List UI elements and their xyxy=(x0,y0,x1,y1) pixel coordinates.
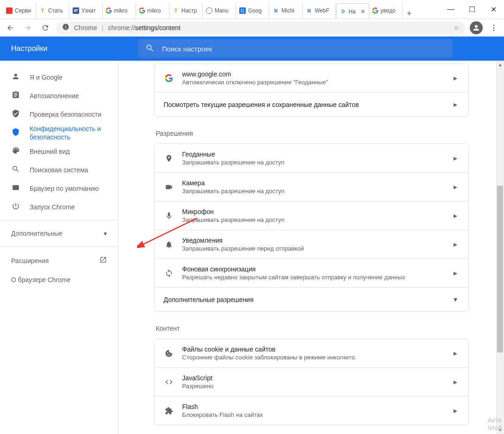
activation-watermark: Акти Чтоб xyxy=(488,416,502,432)
browser-tab[interactable]: TНастр xyxy=(169,3,203,19)
window-titlebar: Серви TСтать IPУзнат mikro mikro TНастр … xyxy=(0,0,504,19)
content-panel: Файлы cookie и данные сайтовСторонние фа… xyxy=(154,339,469,425)
chevron-right-icon: ▸ xyxy=(452,154,459,163)
sidebar-item-privacy-security[interactable]: Конфиденциальность и безопасность xyxy=(0,124,118,142)
sidebar-item-default-browser[interactable]: Браузер по умолчанию xyxy=(0,179,118,198)
bookmark-star-icon[interactable]: ☆ xyxy=(454,24,460,31)
extension-icon xyxy=(164,406,174,416)
sidebar-item-on-startup[interactable]: Запуск Chrome xyxy=(0,198,118,216)
chevron-right-icon: ▸ xyxy=(452,74,459,82)
url-text: chrome://settings/content xyxy=(108,24,180,31)
svg-point-0 xyxy=(493,25,495,26)
sidebar-item-safety-check[interactable]: Проверка безопасности xyxy=(0,105,118,124)
browser-tab[interactable]: mikro xyxy=(136,3,169,19)
sidebar-extensions-link[interactable]: Расширения xyxy=(0,251,118,270)
browser-tab-active[interactable]: ⚙На✕ xyxy=(336,3,369,19)
search-icon xyxy=(145,44,155,54)
permissions-section-label: Разрешения xyxy=(154,130,469,137)
sidebar-about-chrome[interactable]: О браузере Chrome xyxy=(0,270,118,289)
cookie-icon xyxy=(164,348,174,359)
minimize-button[interactable]: — xyxy=(440,0,461,19)
gear-icon: ⚙ xyxy=(339,8,347,15)
more-permissions-row[interactable]: Дополнительные разрешения▾ xyxy=(155,287,468,311)
view-all-permissions-row[interactable]: Посмотреть текущие разрешения и сохранен… xyxy=(155,92,468,116)
scrollbar-thumb[interactable] xyxy=(497,186,503,352)
browser-tab[interactable]: ⌘Michi xyxy=(269,3,303,19)
chevron-right-icon: ▸ xyxy=(452,100,459,109)
svg-point-1 xyxy=(493,27,495,28)
browser-tab[interactable]: Manu xyxy=(203,3,236,19)
recent-activity-panel: www.google.comАвтоматически отключено ра… xyxy=(154,63,469,117)
settings-sidebar: Я и Google Автозаполнение Проверка безоп… xyxy=(0,61,118,434)
chevron-right-icon: ▸ xyxy=(452,406,459,415)
browser-tab[interactable]: IPУзнат xyxy=(69,3,103,19)
address-bar[interactable]: Chrome | chrome://settings/content ☆ xyxy=(56,21,465,34)
recent-site-row[interactable]: www.google.comАвтоматически отключено ра… xyxy=(155,64,468,92)
browser-tab[interactable]: ⌘WebF xyxy=(303,3,336,19)
mic-icon xyxy=(164,211,174,221)
site-info-icon[interactable] xyxy=(62,23,69,32)
chevron-right-icon: ▸ xyxy=(452,349,459,358)
permission-background-sync-row[interactable]: Фоновая синхронизацияРазрешать недавно з… xyxy=(155,258,468,287)
chevron-right-icon: ▸ xyxy=(452,211,459,220)
content-flash-row[interactable]: FlashБлокировать Flash на сайтах▸ xyxy=(155,396,468,425)
back-button[interactable] xyxy=(4,21,17,34)
permission-location-row[interactable]: ГеоданныеЗапрашивать разрешение на досту… xyxy=(155,144,468,172)
bell-icon xyxy=(164,239,174,250)
browser-toolbar: Chrome | chrome://settings/content ☆ xyxy=(0,19,504,37)
chevron-right-icon: ▸ xyxy=(452,269,459,277)
chevron-right-icon: ▸ xyxy=(452,182,459,191)
reload-button[interactable] xyxy=(39,21,52,34)
chevron-right-icon: ▸ xyxy=(452,377,459,386)
chevron-down-icon: ▾ xyxy=(452,295,459,304)
clipboard-icon xyxy=(11,91,20,101)
close-window-button[interactable]: ✕ xyxy=(483,0,504,19)
menu-button[interactable] xyxy=(487,21,500,34)
svg-point-2 xyxy=(493,29,495,31)
settings-header: Настройки xyxy=(0,37,504,61)
settings-search[interactable] xyxy=(138,39,453,58)
browser-tab[interactable]: GGoog xyxy=(236,3,269,19)
power-icon xyxy=(11,202,20,213)
forward-button[interactable] xyxy=(21,21,34,34)
scroll-up-button[interactable]: ▴ xyxy=(496,61,504,69)
google-favicon-icon xyxy=(164,73,174,83)
code-icon xyxy=(164,377,174,387)
close-tab-icon[interactable]: ✕ xyxy=(360,8,366,15)
settings-content: www.google.comАвтоматически отключено ра… xyxy=(118,61,504,434)
content-javascript-row[interactable]: JavaScriptРазрешено▸ xyxy=(155,367,468,396)
content-cookies-row[interactable]: Файлы cookie и данные сайтовСторонние фа… xyxy=(155,339,468,367)
sidebar-item-you-and-google[interactable]: Я и Google xyxy=(0,68,118,87)
verified-icon xyxy=(11,109,20,120)
url-origin: Chrome xyxy=(74,24,97,31)
window-controls: — ☐ ✕ xyxy=(440,0,504,19)
profile-avatar[interactable] xyxy=(470,21,483,34)
settings-search-input[interactable] xyxy=(162,45,445,53)
sidebar-item-autofill[interactable]: Автозаполнение xyxy=(0,87,118,105)
browser-tab[interactable]: уведо xyxy=(369,3,403,19)
permission-microphone-row[interactable]: МикрофонЗапрашивать разрешение на доступ… xyxy=(155,201,468,230)
browser-tabs: Серви TСтать IPУзнат mikro mikro TНастр … xyxy=(0,0,440,19)
sidebar-advanced-toggle[interactable]: Дополнительные▾ xyxy=(0,224,118,243)
browser-tab[interactable]: mikro xyxy=(103,3,136,19)
shield-icon xyxy=(11,128,20,138)
browser-tab[interactable]: Серви xyxy=(3,3,36,19)
location-icon xyxy=(164,153,174,164)
sync-icon xyxy=(164,268,174,278)
permission-camera-row[interactable]: КамераЗапрашивать разрешение на доступ▸ xyxy=(155,172,468,201)
sidebar-item-appearance[interactable]: Внешний вид xyxy=(0,142,118,161)
scrollbar[interactable]: ▴ ▾ xyxy=(496,61,504,434)
search-icon xyxy=(11,165,20,176)
permission-notifications-row[interactable]: УведомленияЗапрашивать разрешение перед … xyxy=(155,230,468,258)
person-icon xyxy=(11,72,20,83)
new-tab-button[interactable]: + xyxy=(403,9,416,19)
chevron-down-icon: ▾ xyxy=(104,230,107,237)
palette-icon xyxy=(11,146,20,157)
content-section-label: Контент xyxy=(154,325,469,332)
settings-title: Настройки xyxy=(0,44,138,53)
browser-tab[interactable]: TСтать xyxy=(36,3,69,19)
browser-icon xyxy=(11,183,20,194)
permissions-panel: ГеоданныеЗапрашивать разрешение на досту… xyxy=(154,144,469,312)
maximize-button[interactable]: ☐ xyxy=(461,0,483,19)
sidebar-item-search-engine[interactable]: Поисковая система xyxy=(0,161,118,179)
